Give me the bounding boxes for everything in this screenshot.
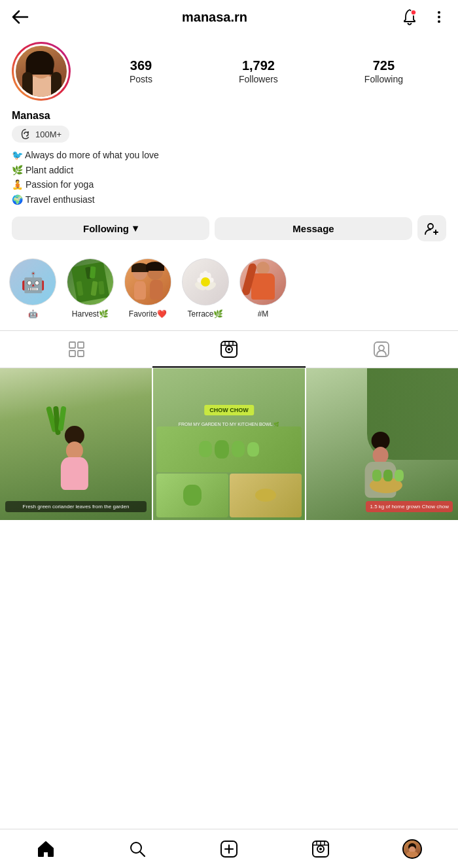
following-label: Following — [83, 223, 129, 234]
message-button[interactable]: Message — [215, 217, 412, 240]
svg-rect-7 — [78, 342, 84, 348]
add-person-button[interactable] — [417, 215, 446, 241]
svg-line-20 — [140, 852, 145, 856]
message-label: Message — [292, 223, 334, 234]
more-options-button[interactable] — [432, 10, 446, 24]
story-circle — [67, 258, 114, 305]
story-label: #M — [258, 309, 269, 319]
chevron-down-icon: ▾ — [133, 222, 138, 234]
tab-reels[interactable] — [152, 331, 305, 368]
threads-count: 100M+ — [35, 130, 62, 139]
svg-point-18 — [379, 345, 384, 351]
notification-button[interactable] — [400, 8, 419, 26]
profile-section: 369 Posts 1,792 Followers 725 Following … — [0, 34, 458, 258]
tab-tagged[interactable] — [306, 331, 458, 368]
stories-row: 🤖 🤖 Harvest🌿 — [0, 258, 458, 330]
bio-line-3: 🧘 Passion for yoga — [12, 179, 446, 192]
post-thumb[interactable]: Fresh green coriander leaves from the ga… — [0, 368, 152, 520]
posts-stat[interactable]: 369 Posts — [130, 58, 152, 85]
post-image-2: CHOW CHOW FROM MY GARDEN TO MY KITCHEN B… — [153, 368, 305, 520]
followers-stat[interactable]: 1,792 Followers — [239, 58, 278, 85]
story-item[interactable]: 🤖 🤖 — [9, 258, 56, 319]
nav-reels[interactable] — [304, 833, 337, 865]
svg-point-4 — [27, 131, 29, 133]
username: manasa.rn — [182, 10, 247, 25]
svg-point-12 — [228, 348, 230, 351]
story-label: Harvest🌿 — [72, 309, 109, 319]
post-thumb[interactable]: 1.5 kg of home grown Chow chow — [306, 368, 458, 520]
story-item[interactable]: Terrace🌿 — [182, 258, 229, 319]
add-person-icon — [425, 222, 439, 235]
tab-grid[interactable] — [0, 331, 152, 368]
following-stat[interactable]: 725 Following — [364, 58, 403, 85]
bio-line-2: 🌿 Plant addict — [12, 164, 446, 177]
svg-point-3 — [438, 20, 440, 23]
post-subtitle-2: FROM MY GARDEN TO MY KITCHEN BOWL 🌿 — [156, 422, 302, 427]
svg-point-1 — [438, 11, 440, 14]
story-item[interactable]: Favorite❤️ — [124, 258, 171, 319]
post-image-3: 1.5 kg of home grown Chow chow — [306, 368, 458, 520]
svg-point-2 — [438, 16, 440, 18]
post-overlay-2: CHOW CHOW — [204, 405, 254, 415]
svg-point-0 — [411, 10, 416, 15]
avatar-wrapper[interactable] — [12, 42, 71, 101]
posts-grid: Fresh green coriander leaves from the ga… — [0, 368, 458, 520]
threads-icon — [20, 128, 31, 140]
back-button[interactable] — [12, 10, 29, 24]
nav-search[interactable] — [121, 833, 154, 865]
avatar-photo — [16, 46, 67, 97]
search-icon — [129, 841, 146, 858]
story-circle: 🤖 — [9, 258, 56, 305]
avatar — [14, 44, 69, 99]
svg-rect-8 — [69, 351, 75, 356]
nav-create[interactable] — [213, 833, 245, 865]
svg-point-5 — [428, 224, 433, 229]
nav-profile-avatar — [402, 839, 422, 859]
following-label: Following — [364, 74, 403, 84]
grid-icon — [68, 341, 85, 358]
following-button[interactable]: Following ▾ — [12, 217, 209, 240]
story-circle — [239, 258, 287, 305]
following-count: 725 — [364, 58, 403, 73]
bio-line-4: 🌍 Travel enthusiast — [12, 194, 446, 207]
post-caption-1: Fresh green coriander leaves from the ga… — [5, 501, 147, 512]
back-icon — [12, 10, 29, 24]
threads-badge[interactable]: 100M+ — [12, 126, 69, 143]
post-image-1: Fresh green coriander leaves from the ga… — [0, 368, 152, 520]
tagged-icon — [373, 341, 390, 358]
posts-label: Posts — [130, 74, 152, 84]
followers-count: 1,792 — [239, 58, 278, 73]
tab-bar — [0, 330, 458, 368]
reels-nav-icon — [311, 840, 330, 858]
story-circle — [182, 258, 229, 305]
bottom-nav — [0, 829, 458, 868]
posts-count: 369 — [130, 58, 152, 73]
story-item[interactable]: Harvest🌿 — [67, 258, 114, 319]
story-label: Terrace🌿 — [187, 309, 223, 319]
story-label: Favorite❤️ — [129, 309, 167, 319]
svg-point-26 — [319, 848, 322, 850]
nav-profile[interactable] — [396, 833, 429, 865]
bio-line-1: 🐦 Always do more of what you love — [12, 149, 446, 162]
home-icon — [37, 841, 55, 858]
stats-row: 369 Posts 1,792 Followers 725 Following — [86, 58, 446, 85]
post-thumb[interactable]: CHOW CHOW FROM MY GARDEN TO MY KITCHEN B… — [153, 368, 305, 520]
reels-icon — [220, 340, 238, 358]
followers-label: Followers — [239, 74, 278, 84]
bio-section: 🐦 Always do more of what you love 🌿 Plan… — [12, 149, 446, 206]
story-circle — [124, 258, 171, 305]
svg-rect-6 — [69, 342, 75, 348]
story-label: 🤖 — [28, 309, 38, 319]
action-buttons: Following ▾ Message — [12, 215, 446, 241]
bell-icon — [400, 8, 419, 26]
svg-rect-9 — [78, 351, 84, 356]
story-item[interactable]: #M — [239, 258, 287, 319]
more-icon — [432, 10, 446, 24]
create-icon — [220, 840, 238, 858]
profile-top: 369 Posts 1,792 Followers 725 Following — [12, 42, 446, 101]
nav-home[interactable] — [29, 833, 62, 865]
header: manasa.rn — [0, 0, 458, 34]
header-actions — [400, 8, 446, 26]
profile-name: Manasa — [12, 110, 446, 122]
post-caption-3: 1.5 kg of home grown Chow chow — [366, 501, 453, 512]
